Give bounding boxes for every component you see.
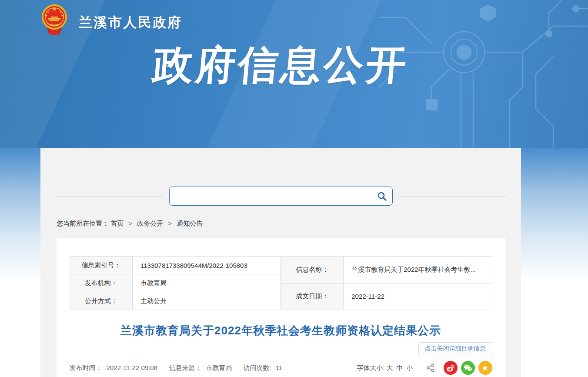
breadcrumb: 您当前所在位置： 首页 > 政务公开 > 通知公告 <box>57 220 521 228</box>
document-meta-table: 信息索引号： 11330781733809544M/2022-105803 发布… <box>70 256 492 310</box>
source-value: 市教育局 <box>206 364 232 371</box>
table-row: 成文日期： 2022-11-22 <box>281 283 492 310</box>
divider-line-right <box>399 196 506 197</box>
publish-info: 发布时间： 2022-11-22 09:08 信息来源： 市教育局 访问次数: … <box>70 364 285 372</box>
share-icon[interactable] <box>426 364 435 372</box>
issuing-agency-value: 市教育局 <box>133 274 281 292</box>
page-title: 政府信息公开 <box>150 38 411 92</box>
visits-value: 11 <box>276 364 283 371</box>
search-box <box>169 187 393 206</box>
source-label: 信息来源： <box>169 364 201 371</box>
toggle-detail-catalog-button[interactable]: 点击关闭详细目录信息 <box>418 342 492 355</box>
breadcrumb-link-home[interactable]: 首页 <box>110 220 124 227</box>
visits-label: 访问次数: <box>244 364 271 371</box>
share-icons: ★ <box>426 361 492 375</box>
breadcrumb-link-gov-disclosure[interactable]: 政务公开 <box>137 220 163 227</box>
divider-line-left <box>56 196 163 197</box>
table-row: 信息索引号： 11330781733809544M/2022-105803 <box>70 257 281 274</box>
info-name-value: 兰溪市教育局关于2022年秋季社会考生教... <box>344 257 492 284</box>
meta-table-left: 信息索引号： 11330781733809544M/2022-105803 发布… <box>70 256 281 310</box>
publish-time-label: 发布时间： <box>70 364 102 371</box>
breadcrumb-separator: > <box>168 220 172 227</box>
search-row <box>40 148 521 206</box>
info-name-label: 信息名称： <box>281 257 344 284</box>
article-meta-row: 发布时间： 2022-11-22 09:08 信息来源： 市教育局 访问次数: … <box>70 361 492 375</box>
site-name: 兰溪市人民政府 <box>79 13 182 32</box>
font-size-medium[interactable]: 中 <box>397 364 403 372</box>
index-number-label: 信息索引号： <box>70 257 133 274</box>
meta-table-right: 信息名称： 兰溪市教育局关于2022年秋季社会考生教... 成文日期： 2022… <box>281 256 492 310</box>
content-area: 您当前所在位置： 首页 > 政务公开 > 通知公告 信息索引号： 1133078… <box>40 148 521 377</box>
top-banner: ★ ★ ★ ★ ★ 兰溪市人民政府 政府信息公开 <box>0 0 588 148</box>
article-title: 兰溪市教育局关于2022年秋季社会考生教师资格认定结果公示 <box>70 323 492 338</box>
china-national-emblem-icon: ★ ★ ★ ★ ★ <box>40 3 68 36</box>
issuing-agency-label: 发布机构： <box>70 274 133 292</box>
table-row: 发布机构： 市教育局 <box>70 274 281 292</box>
disclosure-method-label: 公开方式： <box>70 292 133 310</box>
qzone-star-icon[interactable]: ★ <box>478 361 492 375</box>
site-logo-link[interactable]: ★ ★ ★ ★ ★ <box>40 3 68 36</box>
index-number-value: 11330781733809544M/2022-105803 <box>133 257 281 274</box>
breadcrumb-prefix: 您当前所在位置： <box>57 220 109 227</box>
disclosure-method-value: 主动公开 <box>133 292 281 310</box>
breadcrumb-separator: > <box>128 220 132 227</box>
search-icon <box>377 191 387 201</box>
svg-text:★: ★ <box>59 10 62 13</box>
font-size-small[interactable]: 小 <box>407 364 413 372</box>
svg-text:★: ★ <box>61 14 63 17</box>
table-row: 公开方式： 主动公开 <box>70 292 281 310</box>
search-input[interactable] <box>170 187 371 205</box>
svg-text:★: ★ <box>47 10 50 13</box>
table-row: 信息名称： 兰溪市教育局关于2022年秋季社会考生教... <box>281 257 492 284</box>
publish-time-value: 2022-11-22 09:08 <box>107 364 157 371</box>
breadcrumb-link-notices[interactable]: 通知公告 <box>177 220 203 227</box>
svg-text:★: ★ <box>52 6 57 12</box>
issue-date-label: 成文日期： <box>281 283 344 310</box>
banner-header: ★ ★ ★ ★ ★ 兰溪市人民政府 <box>0 0 588 36</box>
font-size-and-share: 字体大小: 大 中 小 <box>357 361 492 375</box>
svg-text:★: ★ <box>45 14 47 17</box>
font-size-large[interactable]: 大 <box>387 364 393 372</box>
weibo-icon[interactable] <box>444 361 458 375</box>
wechat-icon[interactable] <box>461 361 475 375</box>
issue-date-value: 2022-11-22 <box>344 283 492 310</box>
search-button[interactable] <box>371 187 392 205</box>
article-panel: 信息索引号： 11330781733809544M/2022-105803 发布… <box>57 238 505 377</box>
font-size-label: 字体大小: <box>357 364 384 372</box>
